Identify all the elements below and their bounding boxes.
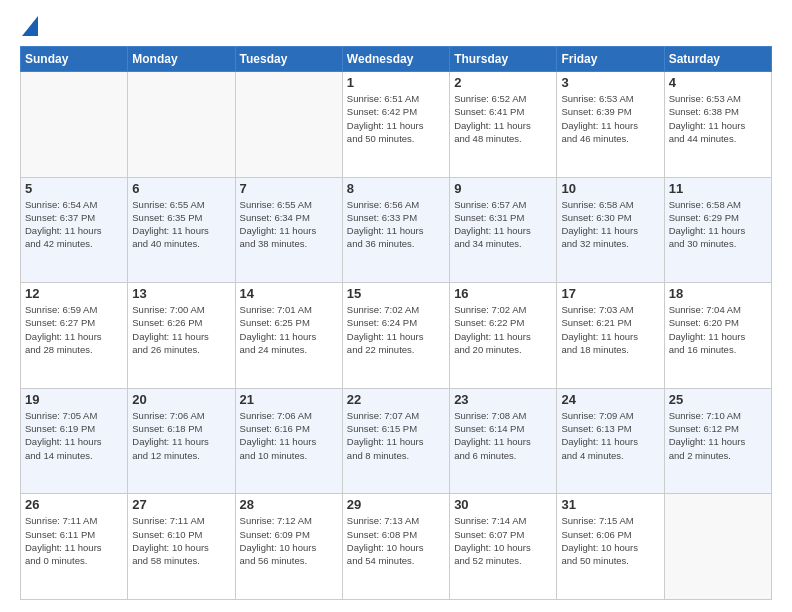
calendar-cell: 31Sunrise: 7:15 AM Sunset: 6:06 PM Dayli… xyxy=(557,494,664,600)
calendar-cell: 22Sunrise: 7:07 AM Sunset: 6:15 PM Dayli… xyxy=(342,388,449,494)
calendar-cell: 17Sunrise: 7:03 AM Sunset: 6:21 PM Dayli… xyxy=(557,283,664,389)
calendar-cell: 30Sunrise: 7:14 AM Sunset: 6:07 PM Dayli… xyxy=(450,494,557,600)
weekday-header-tuesday: Tuesday xyxy=(235,47,342,72)
day-info: Sunrise: 6:52 AM Sunset: 6:41 PM Dayligh… xyxy=(454,92,552,145)
day-info: Sunrise: 7:08 AM Sunset: 6:14 PM Dayligh… xyxy=(454,409,552,462)
day-info: Sunrise: 7:04 AM Sunset: 6:20 PM Dayligh… xyxy=(669,303,767,356)
calendar-cell: 1Sunrise: 6:51 AM Sunset: 6:42 PM Daylig… xyxy=(342,72,449,178)
calendar-cell: 6Sunrise: 6:55 AM Sunset: 6:35 PM Daylig… xyxy=(128,177,235,283)
calendar-cell: 20Sunrise: 7:06 AM Sunset: 6:18 PM Dayli… xyxy=(128,388,235,494)
day-number: 15 xyxy=(347,286,445,301)
logo-arrow-icon xyxy=(22,16,38,36)
day-info: Sunrise: 7:13 AM Sunset: 6:08 PM Dayligh… xyxy=(347,514,445,567)
calendar-cell: 12Sunrise: 6:59 AM Sunset: 6:27 PM Dayli… xyxy=(21,283,128,389)
day-number: 20 xyxy=(132,392,230,407)
calendar-row-3: 19Sunrise: 7:05 AM Sunset: 6:19 PM Dayli… xyxy=(21,388,772,494)
day-info: Sunrise: 7:03 AM Sunset: 6:21 PM Dayligh… xyxy=(561,303,659,356)
day-number: 29 xyxy=(347,497,445,512)
logo xyxy=(20,16,38,36)
day-number: 8 xyxy=(347,181,445,196)
day-number: 1 xyxy=(347,75,445,90)
calendar-cell: 29Sunrise: 7:13 AM Sunset: 6:08 PM Dayli… xyxy=(342,494,449,600)
day-number: 16 xyxy=(454,286,552,301)
calendar-row-4: 26Sunrise: 7:11 AM Sunset: 6:11 PM Dayli… xyxy=(21,494,772,600)
day-info: Sunrise: 7:10 AM Sunset: 6:12 PM Dayligh… xyxy=(669,409,767,462)
day-number: 5 xyxy=(25,181,123,196)
calendar-cell: 27Sunrise: 7:11 AM Sunset: 6:10 PM Dayli… xyxy=(128,494,235,600)
calendar-cell: 4Sunrise: 6:53 AM Sunset: 6:38 PM Daylig… xyxy=(664,72,771,178)
svg-marker-0 xyxy=(22,16,38,36)
day-number: 6 xyxy=(132,181,230,196)
day-info: Sunrise: 6:57 AM Sunset: 6:31 PM Dayligh… xyxy=(454,198,552,251)
day-info: Sunrise: 7:11 AM Sunset: 6:10 PM Dayligh… xyxy=(132,514,230,567)
day-info: Sunrise: 6:58 AM Sunset: 6:29 PM Dayligh… xyxy=(669,198,767,251)
day-number: 31 xyxy=(561,497,659,512)
day-number: 2 xyxy=(454,75,552,90)
day-info: Sunrise: 7:14 AM Sunset: 6:07 PM Dayligh… xyxy=(454,514,552,567)
day-number: 9 xyxy=(454,181,552,196)
day-number: 7 xyxy=(240,181,338,196)
day-info: Sunrise: 6:58 AM Sunset: 6:30 PM Dayligh… xyxy=(561,198,659,251)
calendar-cell xyxy=(235,72,342,178)
calendar-row-0: 1Sunrise: 6:51 AM Sunset: 6:42 PM Daylig… xyxy=(21,72,772,178)
calendar-cell: 26Sunrise: 7:11 AM Sunset: 6:11 PM Dayli… xyxy=(21,494,128,600)
day-info: Sunrise: 7:09 AM Sunset: 6:13 PM Dayligh… xyxy=(561,409,659,462)
calendar-cell: 5Sunrise: 6:54 AM Sunset: 6:37 PM Daylig… xyxy=(21,177,128,283)
weekday-header-friday: Friday xyxy=(557,47,664,72)
day-number: 3 xyxy=(561,75,659,90)
day-number: 28 xyxy=(240,497,338,512)
day-info: Sunrise: 7:02 AM Sunset: 6:22 PM Dayligh… xyxy=(454,303,552,356)
day-info: Sunrise: 7:06 AM Sunset: 6:18 PM Dayligh… xyxy=(132,409,230,462)
day-info: Sunrise: 7:15 AM Sunset: 6:06 PM Dayligh… xyxy=(561,514,659,567)
day-number: 26 xyxy=(25,497,123,512)
calendar-row-1: 5Sunrise: 6:54 AM Sunset: 6:37 PM Daylig… xyxy=(21,177,772,283)
day-number: 30 xyxy=(454,497,552,512)
calendar-cell: 24Sunrise: 7:09 AM Sunset: 6:13 PM Dayli… xyxy=(557,388,664,494)
day-info: Sunrise: 6:54 AM Sunset: 6:37 PM Dayligh… xyxy=(25,198,123,251)
weekday-header-sunday: Sunday xyxy=(21,47,128,72)
day-info: Sunrise: 7:07 AM Sunset: 6:15 PM Dayligh… xyxy=(347,409,445,462)
calendar-cell: 15Sunrise: 7:02 AM Sunset: 6:24 PM Dayli… xyxy=(342,283,449,389)
header xyxy=(20,16,772,36)
day-number: 18 xyxy=(669,286,767,301)
day-number: 21 xyxy=(240,392,338,407)
calendar-cell: 9Sunrise: 6:57 AM Sunset: 6:31 PM Daylig… xyxy=(450,177,557,283)
calendar-cell: 19Sunrise: 7:05 AM Sunset: 6:19 PM Dayli… xyxy=(21,388,128,494)
calendar-cell: 28Sunrise: 7:12 AM Sunset: 6:09 PM Dayli… xyxy=(235,494,342,600)
day-info: Sunrise: 6:53 AM Sunset: 6:38 PM Dayligh… xyxy=(669,92,767,145)
calendar-cell: 2Sunrise: 6:52 AM Sunset: 6:41 PM Daylig… xyxy=(450,72,557,178)
day-number: 12 xyxy=(25,286,123,301)
calendar-cell: 3Sunrise: 6:53 AM Sunset: 6:39 PM Daylig… xyxy=(557,72,664,178)
day-number: 17 xyxy=(561,286,659,301)
day-info: Sunrise: 6:56 AM Sunset: 6:33 PM Dayligh… xyxy=(347,198,445,251)
calendar-table: SundayMondayTuesdayWednesdayThursdayFrid… xyxy=(20,46,772,600)
day-number: 25 xyxy=(669,392,767,407)
weekday-header-monday: Monday xyxy=(128,47,235,72)
calendar-cell xyxy=(128,72,235,178)
day-info: Sunrise: 6:55 AM Sunset: 6:35 PM Dayligh… xyxy=(132,198,230,251)
day-number: 24 xyxy=(561,392,659,407)
calendar-cell: 11Sunrise: 6:58 AM Sunset: 6:29 PM Dayli… xyxy=(664,177,771,283)
calendar-cell: 23Sunrise: 7:08 AM Sunset: 6:14 PM Dayli… xyxy=(450,388,557,494)
calendar-cell: 7Sunrise: 6:55 AM Sunset: 6:34 PM Daylig… xyxy=(235,177,342,283)
calendar-cell: 13Sunrise: 7:00 AM Sunset: 6:26 PM Dayli… xyxy=(128,283,235,389)
day-number: 22 xyxy=(347,392,445,407)
day-info: Sunrise: 7:05 AM Sunset: 6:19 PM Dayligh… xyxy=(25,409,123,462)
calendar-cell xyxy=(664,494,771,600)
calendar-cell: 18Sunrise: 7:04 AM Sunset: 6:20 PM Dayli… xyxy=(664,283,771,389)
calendar-cell: 8Sunrise: 6:56 AM Sunset: 6:33 PM Daylig… xyxy=(342,177,449,283)
day-info: Sunrise: 6:53 AM Sunset: 6:39 PM Dayligh… xyxy=(561,92,659,145)
calendar-cell: 25Sunrise: 7:10 AM Sunset: 6:12 PM Dayli… xyxy=(664,388,771,494)
weekday-header-wednesday: Wednesday xyxy=(342,47,449,72)
day-number: 23 xyxy=(454,392,552,407)
day-info: Sunrise: 7:01 AM Sunset: 6:25 PM Dayligh… xyxy=(240,303,338,356)
calendar-cell: 14Sunrise: 7:01 AM Sunset: 6:25 PM Dayli… xyxy=(235,283,342,389)
day-number: 4 xyxy=(669,75,767,90)
page: SundayMondayTuesdayWednesdayThursdayFrid… xyxy=(0,0,792,612)
calendar-row-2: 12Sunrise: 6:59 AM Sunset: 6:27 PM Dayli… xyxy=(21,283,772,389)
day-number: 14 xyxy=(240,286,338,301)
day-number: 27 xyxy=(132,497,230,512)
day-info: Sunrise: 7:02 AM Sunset: 6:24 PM Dayligh… xyxy=(347,303,445,356)
day-info: Sunrise: 6:55 AM Sunset: 6:34 PM Dayligh… xyxy=(240,198,338,251)
day-number: 13 xyxy=(132,286,230,301)
